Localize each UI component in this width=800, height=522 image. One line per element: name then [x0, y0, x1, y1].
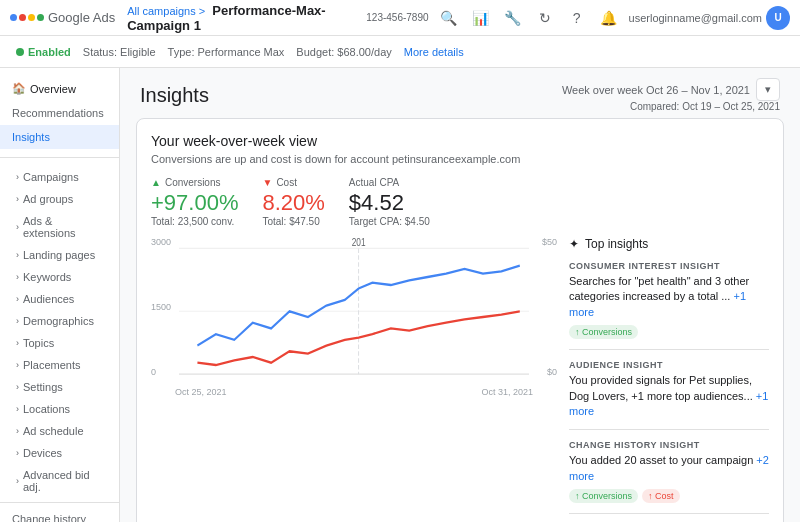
compared-text: Compared: Oct 19 – Oct 25, 2021 — [562, 101, 780, 112]
dot-blue — [10, 14, 17, 21]
chart-y-labels-right: $50 $0 — [542, 237, 557, 377]
top-bar-icons: 123-456-7890 🔍 📊 🔧 ↻ ? 🔔 userloginname@g… — [366, 6, 790, 30]
insight-audience: AUDIENCE INSIGHT You provided signals fo… — [569, 360, 769, 430]
sidebar-item-demographics[interactable]: › Demographics — [0, 310, 119, 332]
arrow-up-icon: ▲ — [151, 177, 161, 188]
week-view-card: Your week-over-week view Conversions are… — [136, 118, 784, 522]
insight-change-link[interactable]: +2 more — [569, 454, 769, 481]
search-icon[interactable]: 🔍 — [437, 6, 461, 30]
main-layout: 🏠 Overview Recommendations Insights › Ca… — [0, 68, 800, 522]
sidebar-item-ad-schedule[interactable]: › Ad schedule — [0, 420, 119, 442]
more-details-link[interactable]: More details — [404, 46, 464, 58]
chart-x-labels: Oct 25, 2021 Oct 31, 2021 — [175, 387, 533, 397]
recommendations-label: Recommendations — [12, 107, 104, 119]
insight-audience-type: AUDIENCE INSIGHT — [569, 360, 769, 370]
sidebar-item-topics[interactable]: › Topics — [0, 332, 119, 354]
cpa-metric: Actual CPA $4.52 Target CPA: $4.50 — [349, 177, 430, 227]
date-range-label: Week over week Oct 26 – Nov 1, 2021 — [562, 84, 750, 96]
sidebar-item-landing-pages[interactable]: › Landing pages — [0, 244, 119, 266]
cpa-total: Target CPA: $4.50 — [349, 216, 430, 227]
chevron-icon: › — [16, 382, 19, 392]
logo-dots — [10, 14, 44, 21]
insight-change-type: CHANGE HISTORY INSIGHT — [569, 440, 769, 450]
insight-consumer-tags: ↑ Conversions — [569, 325, 769, 339]
sidebar-item-placements[interactable]: › Placements — [0, 354, 119, 376]
dot-yellow — [28, 14, 35, 21]
breadcrumb: All campaigns > Performance-Max-Campaign… — [127, 3, 366, 33]
top-insights-header: ✦ Top insights — [569, 237, 769, 251]
insight-consumer-type: CONSUMER INTEREST INSIGHT — [569, 261, 769, 271]
sidebar-item-advanced-bid[interactable]: › Advanced bid adj. — [0, 464, 119, 498]
sidebar-item-locations[interactable]: › Locations — [0, 398, 119, 420]
chevron-icon: › — [16, 426, 19, 436]
phone-number: 123-456-7890 — [366, 12, 428, 23]
top-insights-panel: ✦ Top insights CONSUMER INTEREST INSIGHT… — [569, 237, 769, 522]
breadcrumb-link[interactable]: All campaigns > — [127, 5, 205, 17]
chevron-icon: › — [16, 404, 19, 414]
tools-icon[interactable]: 🔧 — [501, 6, 525, 30]
home-icon: 🏠 — [12, 82, 26, 95]
metrics-row: ▲ Conversions +97.00% Total: 23,500 conv… — [151, 177, 769, 227]
cpa-label: Actual CPA — [349, 177, 430, 188]
conversions-tag: ↑ Conversions — [569, 325, 638, 339]
sidebar-item-insights[interactable]: Insights — [0, 125, 119, 149]
placements-label: Placements — [23, 359, 80, 371]
date-range-button[interactable]: ▾ — [756, 78, 780, 101]
status-eligible: Status: Eligible — [83, 46, 156, 58]
logo-text: Google Ads — [48, 10, 115, 25]
reports-icon[interactable]: 📊 — [469, 6, 493, 30]
top-bar: Google Ads All campaigns > Performance-M… — [0, 0, 800, 36]
user-info: userloginname@gmail.com U — [629, 6, 790, 30]
status-bar: Enabled Status: Eligible Type: Performan… — [0, 36, 800, 68]
sidebar-item-change-history[interactable]: Change history — [0, 507, 119, 522]
insight-consumer-link[interactable]: +1 more — [569, 290, 746, 317]
insight-consumer: CONSUMER INTEREST INSIGHT Searches for "… — [569, 261, 769, 350]
help-icon[interactable]: ? — [565, 6, 589, 30]
avatar: U — [766, 6, 790, 30]
sidebar-item-ads-extensions[interactable]: › Ads & extensions — [0, 210, 119, 244]
google-ads-logo: Google Ads — [10, 10, 115, 25]
sidebar-item-settings[interactable]: › Settings — [0, 376, 119, 398]
sidebar-divider2 — [0, 502, 119, 503]
dropdown-arrow: ▾ — [765, 83, 771, 96]
chevron-icon: › — [16, 338, 19, 348]
user-email: userloginname@gmail.com — [629, 12, 762, 24]
conversions-tag2: ↑ Conversions — [569, 489, 638, 503]
sidebar-item-audiences[interactable]: › Audiences — [0, 288, 119, 310]
content-area: Insights Week over week Oct 26 – Nov 1, … — [120, 68, 800, 522]
sidebar-item-ad-groups[interactable]: › Ad groups — [0, 188, 119, 210]
sidebar-top-section: 🏠 Overview Recommendations Insights — [0, 72, 119, 153]
refresh-icon[interactable]: ↻ — [533, 6, 557, 30]
sidebar-item-devices[interactable]: › Devices — [0, 442, 119, 464]
chevron-icon: › — [16, 250, 19, 260]
chevron-icon: › — [16, 294, 19, 304]
sidebar-divider — [0, 157, 119, 158]
week-view-subtitle: Conversions are up and cost is down for … — [151, 153, 769, 165]
sidebar-item-campaigns[interactable]: › Campaigns — [0, 166, 119, 188]
arrow-down-icon: ▼ — [262, 177, 272, 188]
dot-red — [19, 14, 26, 21]
bell-icon[interactable]: 🔔 — [597, 6, 621, 30]
ads-extensions-label: Ads & extensions — [23, 215, 107, 239]
insight-audience-text: You provided signals for Pet supplies, D… — [569, 373, 769, 419]
insight-change-text: You added 20 asset to your campaign +2 m… — [569, 453, 769, 484]
date-range-selector: Week over week Oct 26 – Nov 1, 2021 ▾ — [562, 78, 780, 101]
insight-audience-link[interactable]: +1 more — [569, 390, 768, 417]
advanced-bid-label: Advanced bid adj. — [23, 469, 107, 493]
chart-area: 3000 1500 0 $50 $0 — [151, 237, 557, 397]
campaign-type: Type: Performance Max — [168, 46, 285, 58]
topics-label: Topics — [23, 337, 54, 349]
sidebar-item-keywords[interactable]: › Keywords — [0, 266, 119, 288]
keywords-label: Keywords — [23, 271, 71, 283]
chevron-icon: › — [16, 272, 19, 282]
devices-label: Devices — [23, 447, 62, 459]
chevron-icon: › — [16, 194, 19, 204]
sidebar-item-recommendations[interactable]: Recommendations — [0, 101, 119, 125]
sidebar-item-overview[interactable]: 🏠 Overview — [0, 76, 119, 101]
settings-label: Settings — [23, 381, 63, 393]
page-header: Insights Week over week Oct 26 – Nov 1, … — [120, 68, 800, 118]
conversions-label: ▲ Conversions — [151, 177, 238, 188]
chevron-icon: › — [16, 448, 19, 458]
star-icon: ✦ — [569, 237, 579, 251]
insight-change-history: CHANGE HISTORY INSIGHT You added 20 asse… — [569, 440, 769, 514]
